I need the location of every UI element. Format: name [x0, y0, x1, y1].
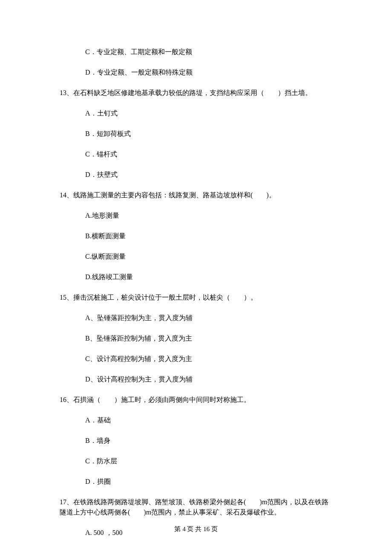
- question-14-option-d: D.线路竣工测量: [85, 272, 332, 282]
- question-13-option-b: B．短卸荷板式: [85, 129, 332, 139]
- page-footer: 第 4 页 共 16 页: [0, 524, 392, 534]
- orphan-option-d: D．专业定额、一般定额和特殊定额: [85, 67, 332, 78]
- question-16-stem: 16、石拱涵（ ）施工时，必须由两侧向中间同时对称施工。: [60, 395, 332, 405]
- question-14-stem: 14、线路施工测量的主要内容包括：线路复测、路基边坡放样和( )。: [60, 190, 332, 200]
- question-16-option-d: D．拱圈: [85, 477, 332, 487]
- question-13-option-d: D．扶壁式: [85, 170, 332, 180]
- question-13-option-c: C．锚杆式: [85, 149, 332, 159]
- orphan-option-c: C．专业定额、工期定额和一般定额: [85, 47, 332, 57]
- question-15-option-c: C、设计高程控制为辅，贯入度为主: [85, 354, 332, 364]
- question-16-option-c: C．防水层: [85, 456, 332, 466]
- question-15-option-d: D、设计高程控制为主，贯入度为辅: [85, 374, 332, 384]
- page-content: C．专业定额、工期定额和一般定额 D．专业定额、一般定额和特殊定额 13、在石料…: [0, 0, 392, 555]
- question-14-option-b: B.横断面测量: [85, 231, 332, 241]
- question-14-option-c: C.纵断面测量: [85, 251, 332, 262]
- question-15-option-a: A、坠锤落距控制为主，贯入度为辅: [85, 313, 332, 323]
- question-15-stem: 15、捶击沉桩施工，桩尖设计位于一般土层时，以桩尖（ ）。: [60, 292, 332, 303]
- question-13-option-a: A．土钉式: [85, 108, 332, 119]
- question-16-option-b: B．墙身: [85, 436, 332, 446]
- question-15-option-b: B、坠锤落距控制为辅，贯入度为主: [85, 333, 332, 344]
- question-17-stem: 17、在铁路线路两侧路堤坡脚、路堑坡顶、铁路桥梁外侧起各( )m范围内，以及在铁…: [60, 497, 332, 517]
- question-14-option-a: A.地形测量: [85, 211, 332, 221]
- question-13-stem: 13、在石料缺乏地区修建地基承载力较低的路堤，支挡结构应采用（ ）挡土墙。: [60, 88, 332, 98]
- question-16-option-a: A．基础: [85, 415, 332, 425]
